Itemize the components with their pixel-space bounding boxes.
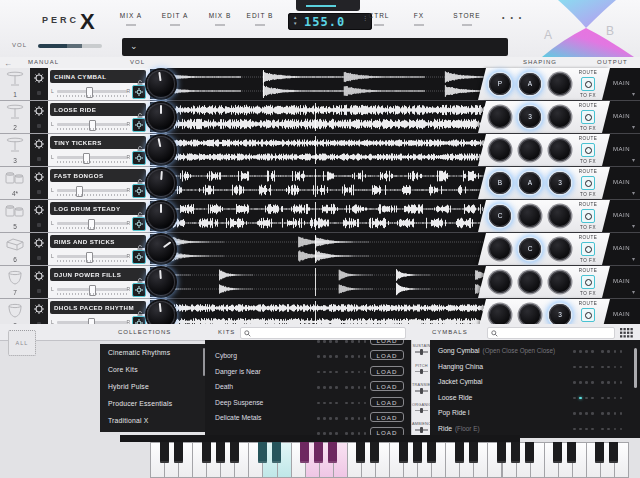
pan-slider[interactable]: [57, 222, 127, 225]
track-name-bar[interactable]: LOOSE RIDE: [50, 103, 146, 116]
pan-slider[interactable]: [57, 123, 127, 126]
track-instrument-cell[interactable]: 4*: [0, 167, 31, 199]
mute-dot[interactable]: [37, 190, 41, 194]
macro-shaper-thumb[interactable]: [420, 369, 423, 375]
shaping-knob-3[interactable]: 3: [549, 172, 571, 194]
tab-edit-a[interactable]: EDIT A: [153, 12, 197, 26]
volume-knob[interactable]: [147, 235, 175, 263]
black-key[interactable]: [356, 442, 365, 463]
ab-b-label[interactable]: B: [606, 24, 614, 38]
collection-item[interactable]: Traditional X: [100, 412, 206, 429]
track-instrument-cell[interactable]: 5: [0, 200, 31, 232]
track-settings-button[interactable]: [132, 118, 146, 132]
route-to-fx-button[interactable]: [581, 143, 595, 157]
macro-shaper-thumb[interactable]: [420, 388, 423, 394]
shaping-knob-1[interactable]: [489, 271, 511, 293]
shaping-knob-2[interactable]: [519, 205, 541, 227]
track-name-bar[interactable]: FAST BONGOS: [50, 169, 146, 182]
black-key[interactable]: [609, 442, 618, 463]
black-key[interactable]: [328, 442, 337, 463]
kit-row[interactable]: DeathLOAD: [205, 379, 411, 394]
engine-selector-button[interactable]: [30, 134, 48, 166]
shaping-knob-2[interactable]: 3: [519, 106, 541, 128]
waveform-display[interactable]: [150, 102, 487, 132]
track-name-bar[interactable]: LOG DRUM STEADY: [50, 202, 146, 215]
shaping-knob-3[interactable]: [549, 271, 571, 293]
black-key[interactable]: [300, 442, 309, 463]
kit-row[interactable]: LOAD: [205, 340, 411, 348]
track-name-bar[interactable]: DHOLS PACED RHYTHM: [50, 301, 146, 314]
track-instrument-cell[interactable]: 2: [0, 101, 31, 133]
cymbal-row[interactable]: Hanging China: [430, 359, 640, 375]
mute-dot[interactable]: [37, 91, 41, 95]
output-selector[interactable]: MAIN ▾: [604, 134, 640, 166]
shaping-knob-1[interactable]: B: [489, 172, 511, 194]
black-key[interactable]: [314, 442, 323, 463]
black-key[interactable]: [230, 442, 239, 463]
tempo-down-icon[interactable]: ▼: [293, 21, 297, 27]
macro-shaper-thumb[interactable]: [420, 427, 423, 433]
engine-selector-button[interactable]: [30, 200, 48, 232]
waveform-display[interactable]: [150, 201, 487, 231]
volume-knob[interactable]: [147, 202, 175, 230]
pan-slider[interactable]: [57, 156, 127, 159]
output-selector[interactable]: MAIN ▾: [604, 167, 640, 199]
route-to-fx-button[interactable]: [581, 308, 595, 322]
shaping-knob-2[interactable]: [519, 304, 541, 326]
tempo-stepper[interactable]: ▲ ▼: [293, 15, 297, 27]
mute-dot[interactable]: [37, 223, 41, 227]
track-settings-button[interactable]: [132, 217, 146, 231]
track-name-bar[interactable]: RIMS AND STICKS: [50, 235, 146, 248]
track-settings-button[interactable]: [132, 184, 146, 198]
kit-row[interactable]: Danger is NearLOAD: [205, 364, 411, 379]
shaping-knob-1[interactable]: [489, 106, 511, 128]
black-key[interactable]: [525, 442, 534, 463]
cymbal-row[interactable]: Ride(Floor E): [430, 421, 640, 437]
route-to-fx-button[interactable]: [581, 209, 595, 223]
volume-knob[interactable]: [147, 169, 175, 197]
load-button[interactable]: LOAD: [370, 381, 404, 391]
pan-slider[interactable]: [57, 288, 127, 291]
load-button[interactable]: LOAD: [370, 350, 404, 360]
tab-store[interactable]: STORE: [445, 12, 489, 26]
waveform-display[interactable]: [150, 168, 487, 198]
black-key[interactable]: [202, 442, 211, 463]
collection-item[interactable]: Producer Essentials: [100, 395, 206, 412]
black-key[interactable]: [399, 442, 408, 463]
engine-selector-button[interactable]: [30, 266, 48, 298]
shaping-knob-1[interactable]: [489, 238, 511, 260]
shaping-knob-1[interactable]: [489, 139, 511, 161]
collection-item[interactable]: Cinematic Rhythms: [100, 344, 206, 361]
shaping-knob-1[interactable]: P: [489, 73, 511, 95]
shaping-knob-3[interactable]: [549, 139, 571, 161]
track-settings-button[interactable]: [132, 151, 146, 165]
black-key[interactable]: [595, 442, 604, 463]
macro-shaper-thumb[interactable]: [420, 408, 423, 414]
pan-slider[interactable]: [57, 90, 127, 93]
engine-selector-button[interactable]: [30, 233, 48, 265]
black-key[interactable]: [567, 442, 576, 463]
route-to-fx-button[interactable]: [581, 176, 595, 190]
cymbal-row[interactable]: Gong Cymbal(Open Close Open Close): [430, 343, 640, 359]
mute-dot[interactable]: [37, 124, 41, 128]
more-menu-icon[interactable]: • • •: [502, 14, 523, 21]
route-to-fx-button[interactable]: [581, 110, 595, 124]
black-key[interactable]: [511, 442, 520, 463]
track-settings-button[interactable]: [132, 85, 146, 99]
shaping-knob-1[interactable]: C: [489, 205, 511, 227]
back-arrow-icon[interactable]: ←: [4, 59, 13, 68]
volume-knob[interactable]: [147, 103, 175, 131]
mute-dot[interactable]: [37, 256, 41, 260]
black-key[interactable]: [174, 442, 183, 463]
grid-view-icon[interactable]: [620, 328, 633, 339]
output-selector[interactable]: MAIN ▾: [604, 266, 640, 298]
shaping-knob-2[interactable]: A: [519, 73, 541, 95]
black-key[interactable]: [553, 442, 562, 463]
black-key[interactable]: [427, 442, 436, 463]
track-name-bar[interactable]: TINY TICKERS: [50, 136, 146, 149]
track-instrument-cell[interactable]: 3: [0, 134, 31, 166]
ab-a-label[interactable]: A: [544, 28, 552, 42]
tab-mix-b[interactable]: MIX B: [198, 12, 242, 26]
shaping-knob-2[interactable]: A: [519, 172, 541, 194]
output-selector[interactable]: MAIN ▾: [604, 68, 640, 100]
